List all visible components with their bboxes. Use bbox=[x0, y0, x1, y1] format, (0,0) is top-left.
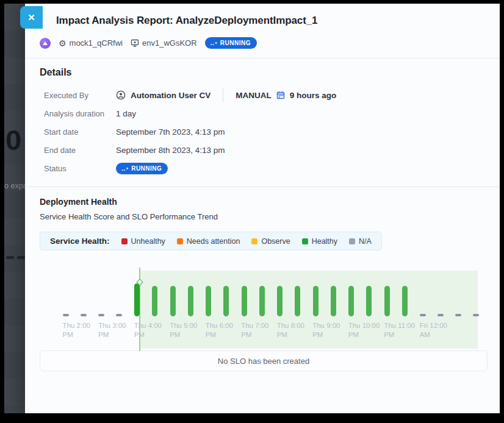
details-heading: Details bbox=[40, 67, 488, 78]
background-dash bbox=[6, 256, 14, 259]
x-tick-label: Thu 7:00PM bbox=[241, 321, 268, 339]
health-bar bbox=[402, 286, 408, 316]
chart-slot[interactable] bbox=[253, 265, 271, 316]
chart-slot[interactable] bbox=[236, 265, 253, 316]
start-date-row: Start date September 7th 2023, 4:13 pm bbox=[40, 123, 488, 141]
health-bar bbox=[206, 286, 211, 316]
background-count: 0 bbox=[5, 123, 21, 157]
chart-slot[interactable] bbox=[271, 265, 289, 316]
health-bar bbox=[348, 286, 354, 316]
modal-header: Impact Analysis Report: AnalyzeDeploymen… bbox=[25, 4, 500, 49]
health-bar bbox=[313, 286, 319, 316]
close-icon: ✕ bbox=[27, 12, 35, 23]
legend-item: Needs attention bbox=[177, 237, 240, 246]
x-tick-label: Thu 3:00PM bbox=[98, 321, 126, 339]
chart-slot[interactable] bbox=[200, 265, 217, 316]
chart-x-axis: Thu 2:00PMThu 3:00PMThu 4:00PMThu 5:00PM… bbox=[57, 316, 485, 341]
x-tick-label: Thu 2:00PM bbox=[63, 321, 90, 339]
health-bar bbox=[170, 286, 176, 316]
deployment-health-section: Deployment Health Service Health Score a… bbox=[25, 187, 500, 371]
environment-icon bbox=[131, 39, 139, 48]
legend-swatch-icon bbox=[302, 238, 308, 244]
executed-time: 9 hours ago bbox=[290, 91, 337, 100]
gear-icon: ⚙ bbox=[59, 39, 67, 48]
service-name[interactable]: ⚙ mock1_qCRfwi bbox=[59, 38, 123, 48]
chart-slot[interactable] bbox=[57, 265, 74, 316]
legend-title: Service Health: bbox=[50, 236, 110, 246]
chart-slot[interactable] bbox=[396, 265, 414, 316]
health-bar bbox=[384, 286, 390, 316]
analysis-duration-value: 1 day bbox=[116, 109, 488, 118]
chart-slot[interactable] bbox=[307, 265, 325, 316]
end-date-row: End date September 8th 2023, 4:13 pm bbox=[40, 141, 488, 159]
x-tick-label: Thu 10:00PM bbox=[348, 321, 380, 339]
chart-subtitle: Service Health Score and SLO Performance… bbox=[40, 212, 488, 221]
legend-item: Unhealthy bbox=[121, 237, 165, 246]
chart-slot[interactable] bbox=[182, 265, 200, 316]
x-tick-label: Thu 5:00PM bbox=[170, 321, 197, 339]
health-bar bbox=[259, 286, 265, 316]
chart-slot[interactable] bbox=[450, 265, 467, 316]
chart-slot[interactable] bbox=[378, 265, 396, 316]
chart-slot[interactable] bbox=[431, 265, 449, 316]
chart-slot[interactable] bbox=[128, 265, 146, 316]
impact-analysis-modal: ✕ Impact Analysis Report: AnalyzeDeploym… bbox=[25, 4, 500, 413]
chart-bars bbox=[57, 265, 485, 316]
legend-item: N/A bbox=[349, 237, 372, 246]
chart-slot[interactable] bbox=[360, 265, 378, 316]
chart-slot[interactable] bbox=[217, 265, 235, 316]
chart-slot[interactable] bbox=[110, 265, 128, 316]
health-bar bbox=[331, 286, 336, 316]
end-date-value: September 8th 2023, 4:13 pm bbox=[116, 146, 488, 155]
health-bar bbox=[366, 286, 372, 316]
chart-slot[interactable] bbox=[289, 265, 306, 316]
start-date-label: Start date bbox=[40, 127, 116, 137]
executed-by-row: Executed By Automation User CV MANUAL bbox=[40, 86, 488, 104]
legend-swatch-icon bbox=[177, 238, 183, 244]
chart-slot[interactable] bbox=[342, 265, 360, 316]
report-meta-row: ⚙ mock1_qCRfwi env1_wGsKOR ‥• RUNNING bbox=[40, 37, 488, 49]
status-badge: ‥• RUNNING bbox=[205, 37, 257, 49]
service-avatar-icon bbox=[40, 38, 51, 49]
details-section: Details Executed By Automation User CV M… bbox=[25, 59, 500, 177]
status-badge: ‥• RUNNING bbox=[116, 163, 168, 174]
health-bar bbox=[223, 286, 229, 316]
trigger-type: MANUAL bbox=[236, 91, 272, 100]
chart-slot[interactable] bbox=[74, 265, 92, 316]
page-title: Impact Analysis Report: AnalyzeDeploymen… bbox=[40, 15, 488, 27]
analysis-duration-label: Analysis duration bbox=[40, 109, 116, 118]
loading-dots-icon: ‥• bbox=[121, 165, 129, 172]
executed-by-user: Automation User CV bbox=[131, 91, 211, 100]
page-overlay-scrim: 0 o expa bbox=[4, 4, 25, 413]
screenshot-frame: 0 o expa ✕ Impact Analysis Report: Analy… bbox=[0, 0, 504, 423]
deployment-health-heading: Deployment Health bbox=[40, 197, 488, 207]
chart-slot[interactable] bbox=[467, 265, 485, 316]
background-dash bbox=[17, 256, 25, 259]
background-partial-text: o expa bbox=[4, 182, 25, 190]
chart-slot[interactable] bbox=[414, 265, 431, 316]
x-tick-label: Thu 9:00PM bbox=[312, 321, 340, 339]
health-bar bbox=[188, 286, 193, 316]
x-tick-label: Thu 4:00PM bbox=[134, 321, 162, 339]
x-tick-label: Thu 11:00PM bbox=[384, 321, 415, 339]
environment-name[interactable]: env1_wGsKOR bbox=[131, 38, 197, 48]
service-health-legend: Service Health: UnhealthyNeeds attention… bbox=[40, 232, 382, 251]
close-button[interactable]: ✕ bbox=[20, 6, 43, 29]
status-row: Status ‥• RUNNING bbox=[40, 159, 488, 177]
chart-slot[interactable] bbox=[325, 265, 342, 316]
chart-slot[interactable] bbox=[93, 265, 110, 316]
status-label: Status bbox=[40, 164, 116, 173]
chart-slot[interactable] bbox=[146, 265, 164, 316]
end-date-label: End date bbox=[40, 146, 116, 155]
x-tick-label: Thu 8:00PM bbox=[277, 321, 304, 339]
health-bar bbox=[242, 286, 247, 316]
legend-swatch-icon bbox=[251, 238, 257, 244]
app-screen: 0 o expa ✕ Impact Analysis Report: Analy… bbox=[4, 4, 500, 413]
no-slo-message-box: No SLO has been created bbox=[40, 350, 488, 371]
x-tick-label: Thu 6:00PM bbox=[206, 321, 233, 339]
executed-by-label: Executed By bbox=[40, 91, 116, 100]
chart-slot[interactable] bbox=[164, 265, 182, 316]
loading-dots-icon: ‥• bbox=[211, 40, 218, 46]
health-bar bbox=[152, 286, 157, 316]
legend-swatch-icon bbox=[121, 238, 128, 244]
